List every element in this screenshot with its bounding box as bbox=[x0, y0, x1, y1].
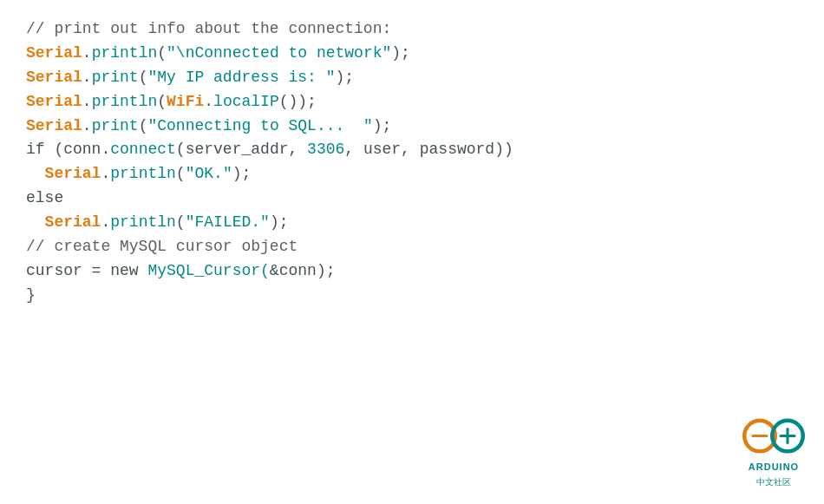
code-token: else bbox=[26, 187, 63, 211]
code-token: new bbox=[110, 259, 138, 284]
code-token: ); bbox=[373, 115, 392, 139]
code-token: . bbox=[82, 42, 92, 66]
code-token: , user, password)) bbox=[344, 138, 513, 162]
code-token: "\nConnected to network" bbox=[167, 42, 391, 66]
code-token: Serial bbox=[26, 90, 82, 115]
code-line: cursor = new MySQL_Cursor(&conn); bbox=[26, 259, 798, 284]
code-token: (conn. bbox=[45, 138, 111, 162]
code-token: . bbox=[204, 90, 213, 115]
code-token: println bbox=[110, 162, 176, 187]
code-container: // print out info about the connection:S… bbox=[0, 0, 824, 317]
code-token: 3306 bbox=[307, 138, 344, 162]
code-token: ); bbox=[317, 259, 336, 284]
code-token: ( bbox=[139, 115, 148, 139]
code-token: Serial bbox=[26, 162, 101, 187]
code-line: else bbox=[26, 187, 798, 211]
code-token: "My IP address is: " bbox=[147, 66, 335, 90]
arduino-label: ARDUINO bbox=[749, 460, 799, 475]
code-token: &conn bbox=[270, 259, 317, 284]
code-token: println bbox=[92, 90, 158, 115]
code-token: = bbox=[82, 259, 110, 284]
code-line: Serial.println("FAILED."); bbox=[26, 211, 798, 235]
code-token: if bbox=[26, 138, 45, 162]
code-token: ( bbox=[139, 66, 148, 90]
code-token: . bbox=[101, 162, 110, 187]
code-line: if (conn.connect(server_addr, 3306, user… bbox=[26, 138, 798, 162]
code-token: ); bbox=[391, 42, 410, 66]
code-token: ); bbox=[232, 162, 252, 187]
code-line: } bbox=[26, 284, 798, 308]
code-token: . bbox=[82, 90, 92, 115]
code-token: ); bbox=[270, 211, 289, 235]
logo-area: ARDUINO 中文社区 bbox=[739, 415, 808, 488]
code-token: println bbox=[92, 42, 158, 66]
code-token: MySQL_Cursor( bbox=[139, 259, 270, 284]
code-token: cursor bbox=[26, 259, 82, 284]
code-token: connect bbox=[110, 138, 176, 162]
code-token: ( bbox=[176, 211, 186, 235]
code-token: ()); bbox=[279, 90, 317, 115]
code-token: (server_addr, bbox=[176, 138, 307, 162]
code-line: Serial.println("\nConnected to network")… bbox=[26, 42, 798, 66]
code-line: // create MySQL cursor object bbox=[26, 235, 798, 259]
code-line: Serial.print("My IP address is: "); bbox=[26, 66, 798, 90]
code-line: Serial.print("Connecting to SQL... "); bbox=[26, 115, 798, 139]
code-token: WiFi bbox=[167, 90, 204, 115]
code-token: // print out info about the connection: bbox=[26, 17, 391, 42]
code-token: localIP bbox=[213, 90, 279, 115]
code-line: Serial.println("OK."); bbox=[26, 162, 798, 187]
code-token: ( bbox=[157, 42, 167, 66]
code-token: // create MySQL cursor object bbox=[26, 235, 298, 259]
code-token: ); bbox=[336, 66, 355, 90]
code-token: ( bbox=[176, 162, 186, 187]
code-token: print bbox=[92, 115, 139, 139]
arduino-sub-label: 中文社区 bbox=[756, 475, 791, 489]
code-token: println bbox=[110, 211, 176, 235]
code-line: Serial.println(WiFi.localIP()); bbox=[26, 90, 798, 115]
code-token: . bbox=[82, 66, 92, 90]
code-token: Serial bbox=[26, 66, 82, 90]
code-token: "OK." bbox=[186, 162, 232, 187]
code-token: print bbox=[92, 66, 139, 90]
code-token: "FAILED." bbox=[186, 211, 270, 235]
code-token: Serial bbox=[26, 42, 82, 66]
code-token: Serial bbox=[26, 115, 82, 139]
code-token: } bbox=[26, 284, 36, 308]
code-token: Serial bbox=[26, 211, 101, 235]
code-token: . bbox=[101, 211, 110, 235]
code-token: ( bbox=[157, 90, 167, 115]
code-token: "Connecting to SQL... " bbox=[147, 115, 372, 139]
code-token: . bbox=[82, 115, 92, 139]
arduino-logo-icon bbox=[739, 415, 808, 458]
code-line: // print out info about the connection: bbox=[26, 17, 798, 42]
